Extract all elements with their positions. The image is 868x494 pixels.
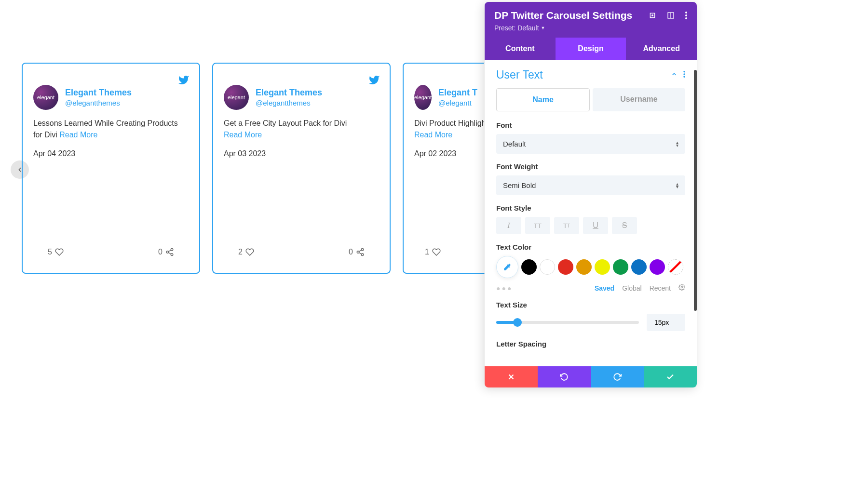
color-white[interactable] [540,259,555,275]
uppercase-button[interactable]: TT [525,217,550,234]
layout-icon[interactable] [667,12,675,19]
more-icon[interactable] [685,12,687,19]
panel-footer [485,366,697,387]
undo-icon [560,373,569,381]
tweet-body: Get a Free City Layout Pack for DiviRead… [224,118,379,141]
section-title[interactable]: User Text [496,68,543,81]
gear-icon[interactable] [678,284,685,292]
svg-point-2 [171,254,173,256]
subtab-name[interactable]: Name [496,88,590,111]
color-yellow[interactable] [595,259,610,275]
svg-point-14 [685,12,687,13]
svg-point-17 [683,71,685,73]
tweet-card[interactable]: elegant Elegant Themes @elegantthemes Ge… [212,63,391,274]
user-name[interactable]: Elegant Themes [256,88,322,98]
redo-button[interactable] [591,366,644,387]
twitter-icon [178,74,190,88]
palette-recent[interactable]: Recent [650,284,671,292]
palette-more-icon[interactable]: ●●● [496,284,513,292]
share-icon [356,248,365,256]
weight-label: Font Weight [496,162,685,171]
svg-point-0 [171,249,173,251]
chevron-up-icon[interactable] [671,71,678,80]
cancel-button[interactable] [485,366,538,387]
user-handle[interactable]: @elegantthemes [256,99,322,107]
undo-button[interactable] [538,366,591,387]
tweet-body: Divi Product HighlighRead More [414,118,473,141]
color-blue[interactable] [631,259,647,275]
svg-point-15 [685,14,687,16]
palette-global[interactable]: Global [622,284,641,292]
scrollbar[interactable] [694,70,697,311]
twitter-icon [368,74,380,88]
eyedropper-icon [503,263,512,271]
svg-line-3 [168,253,171,254]
color-purple[interactable] [650,259,665,275]
twitter-carousel: elegant Elegant Themes @elegantthemes Le… [22,63,485,274]
eyedropper-button[interactable] [496,256,518,278]
svg-line-9 [359,250,361,252]
share-icon [165,248,174,256]
likes-stat[interactable]: 2 [238,248,254,256]
shares-stat[interactable]: 0 [158,248,174,256]
palette-saved[interactable]: Saved [595,284,614,292]
color-black[interactable] [521,259,537,275]
svg-point-19 [683,76,685,78]
read-more-link[interactable]: Read More [59,131,97,139]
tweet-card[interactable]: elegant Elegant Themes @elegantthemes Le… [22,63,200,274]
size-input[interactable]: 15px [647,314,685,331]
read-more-link[interactable]: Read More [224,131,262,139]
preset-selector[interactable]: Preset: Default ▼ [494,24,687,32]
color-none[interactable] [668,259,683,275]
subtab-username[interactable]: Username [593,88,685,111]
tweet-card[interactable]: elegant Elegant T @elegantt Divi Product… [403,63,485,274]
user-handle[interactable]: @elegantthemes [65,99,132,107]
close-icon [507,373,515,381]
color-orange[interactable] [576,259,592,275]
tab-design[interactable]: Design [556,38,626,60]
weight-select[interactable]: Semi Bold▴▾ [496,175,685,195]
size-slider[interactable] [496,321,639,324]
panel-tabs: Content Design Advanced [485,38,697,60]
tweet-date: Apr 02 2023 [414,149,473,158]
shares-stat[interactable]: 0 [349,248,365,256]
read-more-link[interactable]: Read More [414,131,452,139]
svg-line-8 [359,253,361,254]
redo-icon [613,373,622,381]
font-select[interactable]: Default▴▾ [496,134,685,154]
avatar: elegant [33,85,58,110]
svg-point-20 [681,286,683,288]
tab-content[interactable]: Content [485,38,556,60]
panel-header: DP Twitter Carousel Settings Preset: Def… [485,2,697,38]
check-icon [666,373,675,381]
user-handle[interactable]: @elegantt [438,99,477,107]
font-label: Font [496,121,685,129]
likes-stat[interactable]: 1 [425,248,441,256]
color-green[interactable] [613,259,628,275]
save-button[interactable] [644,366,697,387]
panel-body[interactable]: User Text Name Username Font Default▴▾ F… [485,60,697,366]
tab-advanced[interactable]: Advanced [626,38,697,60]
likes-stat[interactable]: 5 [48,248,64,256]
svg-point-18 [683,73,685,75]
slider-thumb[interactable] [513,318,522,327]
smallcaps-button[interactable]: TT [554,217,579,234]
italic-button[interactable]: I [496,217,521,234]
expand-icon[interactable] [649,12,656,19]
tweet-body: Lessons Learned While Creating Products … [33,118,189,141]
user-name[interactable]: Elegant Themes [65,88,132,98]
strikethrough-button[interactable]: S [612,217,637,234]
color-red[interactable] [558,259,573,275]
svg-point-1 [166,251,169,254]
size-label: Text Size [496,301,685,309]
panel-title: DP Twitter Carousel Settings [494,10,632,21]
avatar: elegant [224,85,249,110]
user-name[interactable]: Elegant T [438,88,477,98]
svg-line-4 [168,250,171,252]
settings-panel: DP Twitter Carousel Settings Preset: Def… [485,2,697,387]
more-icon[interactable] [683,71,685,80]
underline-button[interactable]: U [583,217,608,234]
color-label: Text Color [496,243,685,251]
chevron-down-icon: ▼ [541,26,545,30]
heart-icon [55,248,64,256]
